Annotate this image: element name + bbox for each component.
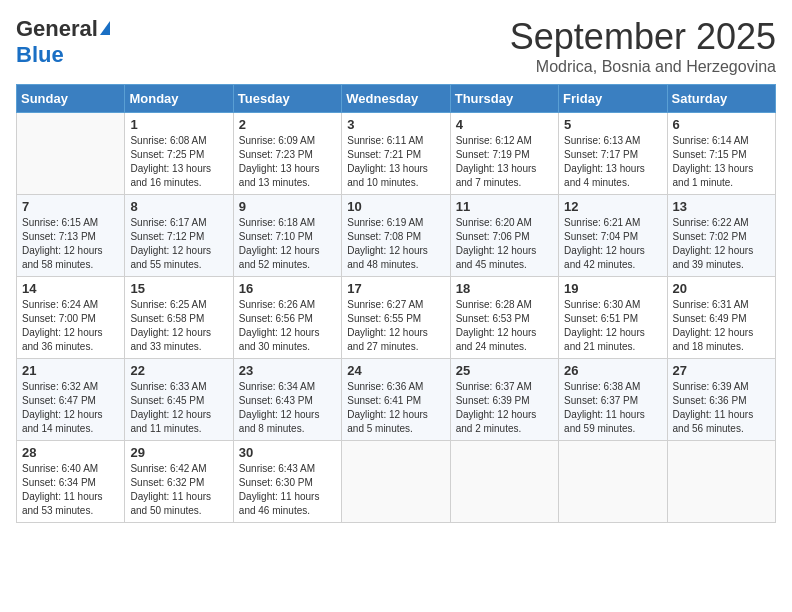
day-number: 15	[130, 281, 227, 296]
calendar-header-wednesday: Wednesday	[342, 85, 450, 113]
day-number: 23	[239, 363, 336, 378]
calendar-cell: 21Sunrise: 6:32 AMSunset: 6:47 PMDayligh…	[17, 359, 125, 441]
day-info: Sunrise: 6:40 AMSunset: 6:34 PMDaylight:…	[22, 462, 119, 518]
day-number: 18	[456, 281, 553, 296]
title-block: September 2025 Modrica, Bosnia and Herze…	[510, 16, 776, 76]
day-number: 5	[564, 117, 661, 132]
day-number: 6	[673, 117, 770, 132]
day-info: Sunrise: 6:09 AMSunset: 7:23 PMDaylight:…	[239, 134, 336, 190]
calendar-cell: 10Sunrise: 6:19 AMSunset: 7:08 PMDayligh…	[342, 195, 450, 277]
day-number: 20	[673, 281, 770, 296]
calendar-cell: 5Sunrise: 6:13 AMSunset: 7:17 PMDaylight…	[559, 113, 667, 195]
calendar-cell: 22Sunrise: 6:33 AMSunset: 6:45 PMDayligh…	[125, 359, 233, 441]
calendar-cell: 4Sunrise: 6:12 AMSunset: 7:19 PMDaylight…	[450, 113, 558, 195]
day-number: 2	[239, 117, 336, 132]
day-info: Sunrise: 6:18 AMSunset: 7:10 PMDaylight:…	[239, 216, 336, 272]
day-number: 7	[22, 199, 119, 214]
calendar-cell: 16Sunrise: 6:26 AMSunset: 6:56 PMDayligh…	[233, 277, 341, 359]
day-number: 8	[130, 199, 227, 214]
day-number: 10	[347, 199, 444, 214]
calendar-cell: 17Sunrise: 6:27 AMSunset: 6:55 PMDayligh…	[342, 277, 450, 359]
day-info: Sunrise: 6:34 AMSunset: 6:43 PMDaylight:…	[239, 380, 336, 436]
calendar-cell	[450, 441, 558, 523]
calendar-cell: 2Sunrise: 6:09 AMSunset: 7:23 PMDaylight…	[233, 113, 341, 195]
calendar-cell: 23Sunrise: 6:34 AMSunset: 6:43 PMDayligh…	[233, 359, 341, 441]
calendar-cell: 6Sunrise: 6:14 AMSunset: 7:15 PMDaylight…	[667, 113, 775, 195]
calendar-cell: 29Sunrise: 6:42 AMSunset: 6:32 PMDayligh…	[125, 441, 233, 523]
location-title: Modrica, Bosnia and Herzegovina	[510, 58, 776, 76]
calendar-week-row: 21Sunrise: 6:32 AMSunset: 6:47 PMDayligh…	[17, 359, 776, 441]
day-number: 21	[22, 363, 119, 378]
day-info: Sunrise: 6:19 AMSunset: 7:08 PMDaylight:…	[347, 216, 444, 272]
day-info: Sunrise: 6:17 AMSunset: 7:12 PMDaylight:…	[130, 216, 227, 272]
day-info: Sunrise: 6:25 AMSunset: 6:58 PMDaylight:…	[130, 298, 227, 354]
calendar-header-row: SundayMondayTuesdayWednesdayThursdayFrid…	[17, 85, 776, 113]
day-number: 3	[347, 117, 444, 132]
day-number: 29	[130, 445, 227, 460]
day-number: 27	[673, 363, 770, 378]
day-number: 26	[564, 363, 661, 378]
day-number: 12	[564, 199, 661, 214]
page-header: General Blue September 2025 Modrica, Bos…	[16, 16, 776, 76]
calendar-cell: 9Sunrise: 6:18 AMSunset: 7:10 PMDaylight…	[233, 195, 341, 277]
month-title: September 2025	[510, 16, 776, 58]
day-number: 16	[239, 281, 336, 296]
day-info: Sunrise: 6:32 AMSunset: 6:47 PMDaylight:…	[22, 380, 119, 436]
day-info: Sunrise: 6:38 AMSunset: 6:37 PMDaylight:…	[564, 380, 661, 436]
calendar-week-row: 7Sunrise: 6:15 AMSunset: 7:13 PMDaylight…	[17, 195, 776, 277]
day-info: Sunrise: 6:31 AMSunset: 6:49 PMDaylight:…	[673, 298, 770, 354]
calendar-cell	[342, 441, 450, 523]
calendar-week-row: 28Sunrise: 6:40 AMSunset: 6:34 PMDayligh…	[17, 441, 776, 523]
calendar-cell: 7Sunrise: 6:15 AMSunset: 7:13 PMDaylight…	[17, 195, 125, 277]
day-number: 4	[456, 117, 553, 132]
calendar-header-sunday: Sunday	[17, 85, 125, 113]
day-number: 22	[130, 363, 227, 378]
day-info: Sunrise: 6:14 AMSunset: 7:15 PMDaylight:…	[673, 134, 770, 190]
day-info: Sunrise: 6:36 AMSunset: 6:41 PMDaylight:…	[347, 380, 444, 436]
day-number: 25	[456, 363, 553, 378]
day-info: Sunrise: 6:24 AMSunset: 7:00 PMDaylight:…	[22, 298, 119, 354]
calendar-cell: 25Sunrise: 6:37 AMSunset: 6:39 PMDayligh…	[450, 359, 558, 441]
day-info: Sunrise: 6:37 AMSunset: 6:39 PMDaylight:…	[456, 380, 553, 436]
day-info: Sunrise: 6:39 AMSunset: 6:36 PMDaylight:…	[673, 380, 770, 436]
calendar-cell	[17, 113, 125, 195]
day-number: 14	[22, 281, 119, 296]
day-number: 1	[130, 117, 227, 132]
calendar-cell: 30Sunrise: 6:43 AMSunset: 6:30 PMDayligh…	[233, 441, 341, 523]
day-info: Sunrise: 6:33 AMSunset: 6:45 PMDaylight:…	[130, 380, 227, 436]
day-info: Sunrise: 6:13 AMSunset: 7:17 PMDaylight:…	[564, 134, 661, 190]
calendar-cell: 11Sunrise: 6:20 AMSunset: 7:06 PMDayligh…	[450, 195, 558, 277]
calendar-week-row: 14Sunrise: 6:24 AMSunset: 7:00 PMDayligh…	[17, 277, 776, 359]
day-info: Sunrise: 6:43 AMSunset: 6:30 PMDaylight:…	[239, 462, 336, 518]
day-info: Sunrise: 6:12 AMSunset: 7:19 PMDaylight:…	[456, 134, 553, 190]
day-number: 13	[673, 199, 770, 214]
calendar-cell: 18Sunrise: 6:28 AMSunset: 6:53 PMDayligh…	[450, 277, 558, 359]
calendar-header-friday: Friday	[559, 85, 667, 113]
calendar-header-tuesday: Tuesday	[233, 85, 341, 113]
day-info: Sunrise: 6:22 AMSunset: 7:02 PMDaylight:…	[673, 216, 770, 272]
calendar-cell: 12Sunrise: 6:21 AMSunset: 7:04 PMDayligh…	[559, 195, 667, 277]
calendar-week-row: 1Sunrise: 6:08 AMSunset: 7:25 PMDaylight…	[17, 113, 776, 195]
calendar-cell: 27Sunrise: 6:39 AMSunset: 6:36 PMDayligh…	[667, 359, 775, 441]
day-info: Sunrise: 6:15 AMSunset: 7:13 PMDaylight:…	[22, 216, 119, 272]
day-info: Sunrise: 6:27 AMSunset: 6:55 PMDaylight:…	[347, 298, 444, 354]
day-number: 11	[456, 199, 553, 214]
calendar-cell: 26Sunrise: 6:38 AMSunset: 6:37 PMDayligh…	[559, 359, 667, 441]
day-info: Sunrise: 6:42 AMSunset: 6:32 PMDaylight:…	[130, 462, 227, 518]
logo-general-text: General	[16, 16, 98, 42]
calendar-header-monday: Monday	[125, 85, 233, 113]
calendar-table: SundayMondayTuesdayWednesdayThursdayFrid…	[16, 84, 776, 523]
day-number: 24	[347, 363, 444, 378]
day-number: 17	[347, 281, 444, 296]
day-info: Sunrise: 6:30 AMSunset: 6:51 PMDaylight:…	[564, 298, 661, 354]
day-info: Sunrise: 6:28 AMSunset: 6:53 PMDaylight:…	[456, 298, 553, 354]
calendar-cell	[559, 441, 667, 523]
day-info: Sunrise: 6:26 AMSunset: 6:56 PMDaylight:…	[239, 298, 336, 354]
day-number: 30	[239, 445, 336, 460]
calendar-cell: 19Sunrise: 6:30 AMSunset: 6:51 PMDayligh…	[559, 277, 667, 359]
calendar-header-thursday: Thursday	[450, 85, 558, 113]
calendar-cell: 1Sunrise: 6:08 AMSunset: 7:25 PMDaylight…	[125, 113, 233, 195]
calendar-cell: 14Sunrise: 6:24 AMSunset: 7:00 PMDayligh…	[17, 277, 125, 359]
day-number: 28	[22, 445, 119, 460]
day-info: Sunrise: 6:20 AMSunset: 7:06 PMDaylight:…	[456, 216, 553, 272]
